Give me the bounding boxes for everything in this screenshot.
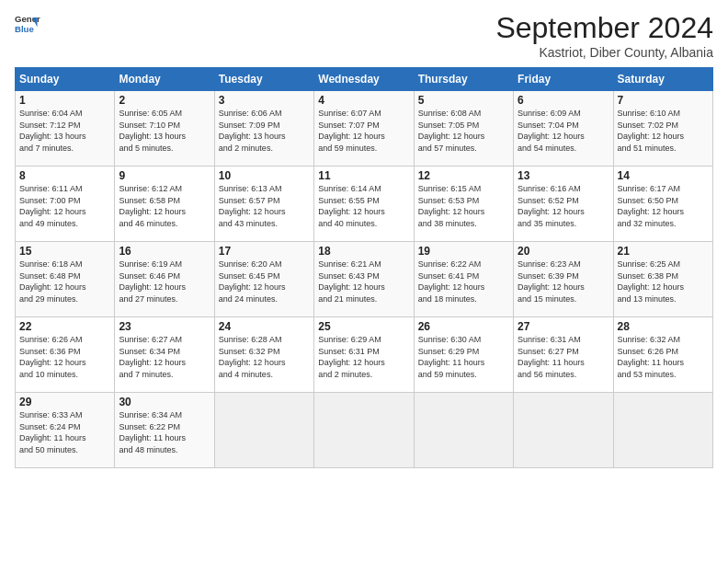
day-info: Sunrise: 6:05 AM Sunset: 7:10 PM Dayligh… — [119, 108, 210, 154]
calendar-cell: 13Sunrise: 6:16 AM Sunset: 6:52 PM Dayli… — [514, 167, 613, 242]
week-row-0: 1Sunrise: 6:04 AM Sunset: 7:12 PM Daylig… — [16, 91, 713, 167]
day-info: Sunrise: 6:29 AM Sunset: 6:31 PM Dayligh… — [318, 334, 409, 380]
calendar-cell: 3Sunrise: 6:06 AM Sunset: 7:09 PM Daylig… — [214, 91, 313, 167]
location-title: Kastriot, Diber County, Albania — [495, 45, 713, 60]
day-number: 2 — [119, 94, 210, 107]
calendar-cell: 28Sunrise: 6:32 AM Sunset: 6:26 PM Dayli… — [613, 317, 712, 393]
day-number: 10 — [219, 169, 310, 182]
day-number: 13 — [518, 169, 609, 182]
calendar-cell: 23Sunrise: 6:27 AM Sunset: 6:34 PM Dayli… — [115, 317, 214, 393]
calendar-cell: 6Sunrise: 6:09 AM Sunset: 7:04 PM Daylig… — [514, 91, 613, 167]
day-info: Sunrise: 6:07 AM Sunset: 7:07 PM Dayligh… — [318, 108, 409, 154]
day-number: 19 — [418, 245, 509, 258]
calendar-cell — [214, 393, 313, 468]
calendar-cell: 15Sunrise: 6:18 AM Sunset: 6:48 PM Dayli… — [16, 242, 115, 317]
day-info: Sunrise: 6:06 AM Sunset: 7:09 PM Dayligh… — [219, 108, 310, 154]
weekday-header-saturday: Saturday — [613, 68, 712, 91]
day-number: 18 — [318, 245, 409, 258]
weekday-header-friday: Friday — [514, 68, 613, 91]
day-info: Sunrise: 6:34 AM Sunset: 6:22 PM Dayligh… — [119, 409, 210, 455]
day-number: 16 — [119, 245, 210, 258]
week-row-2: 15Sunrise: 6:18 AM Sunset: 6:48 PM Dayli… — [16, 242, 713, 317]
calendar-cell: 5Sunrise: 6:08 AM Sunset: 7:05 PM Daylig… — [414, 91, 513, 167]
calendar-cell: 17Sunrise: 6:20 AM Sunset: 6:45 PM Dayli… — [214, 242, 313, 317]
day-info: Sunrise: 6:28 AM Sunset: 6:32 PM Dayligh… — [219, 334, 310, 380]
day-number: 9 — [119, 169, 210, 182]
day-number: 25 — [318, 320, 409, 333]
day-number: 11 — [318, 169, 409, 182]
day-number: 26 — [418, 320, 509, 333]
weekday-header-monday: Monday — [115, 68, 214, 91]
day-info: Sunrise: 6:27 AM Sunset: 6:34 PM Dayligh… — [119, 334, 210, 380]
day-info: Sunrise: 6:18 AM Sunset: 6:48 PM Dayligh… — [19, 259, 110, 304]
calendar-cell: 4Sunrise: 6:07 AM Sunset: 7:07 PM Daylig… — [314, 91, 414, 167]
day-number: 28 — [618, 320, 709, 333]
title-block: September 2024 Kastriot, Diber County, A… — [495, 11, 713, 60]
calendar-cell: 22Sunrise: 6:26 AM Sunset: 6:36 PM Dayli… — [16, 317, 115, 393]
day-number: 21 — [618, 245, 709, 258]
day-info: Sunrise: 6:09 AM Sunset: 7:04 PM Dayligh… — [518, 108, 609, 154]
weekday-header-wednesday: Wednesday — [314, 68, 414, 91]
calendar-table: SundayMondayTuesdayWednesdayThursdayFrid… — [15, 67, 713, 468]
week-row-3: 22Sunrise: 6:26 AM Sunset: 6:36 PM Dayli… — [16, 317, 713, 393]
day-number: 8 — [19, 169, 110, 182]
calendar-cell: 27Sunrise: 6:31 AM Sunset: 6:27 PM Dayli… — [514, 317, 613, 393]
day-number: 22 — [19, 320, 110, 333]
calendar-cell: 24Sunrise: 6:28 AM Sunset: 6:32 PM Dayli… — [214, 317, 313, 393]
day-info: Sunrise: 6:14 AM Sunset: 6:55 PM Dayligh… — [318, 183, 409, 229]
day-info: Sunrise: 6:19 AM Sunset: 6:46 PM Dayligh… — [119, 259, 210, 304]
calendar-cell: 9Sunrise: 6:12 AM Sunset: 6:58 PM Daylig… — [115, 167, 214, 242]
day-info: Sunrise: 6:12 AM Sunset: 6:58 PM Dayligh… — [119, 183, 210, 229]
day-info: Sunrise: 6:30 AM Sunset: 6:29 PM Dayligh… — [418, 334, 509, 380]
day-number: 1 — [19, 94, 110, 107]
calendar-cell — [414, 393, 513, 468]
calendar-cell — [314, 393, 414, 468]
calendar-cell: 20Sunrise: 6:23 AM Sunset: 6:39 PM Dayli… — [514, 242, 613, 317]
weekday-header-tuesday: Tuesday — [214, 68, 313, 91]
day-info: Sunrise: 6:16 AM Sunset: 6:52 PM Dayligh… — [518, 183, 609, 229]
day-info: Sunrise: 6:10 AM Sunset: 7:02 PM Dayligh… — [618, 108, 709, 154]
logo: General Blue — [15, 11, 40, 37]
calendar-cell: 12Sunrise: 6:15 AM Sunset: 6:53 PM Dayli… — [414, 167, 513, 242]
weekday-header-thursday: Thursday — [414, 68, 513, 91]
calendar-cell: 19Sunrise: 6:22 AM Sunset: 6:41 PM Dayli… — [414, 242, 513, 317]
calendar-cell: 21Sunrise: 6:25 AM Sunset: 6:38 PM Dayli… — [613, 242, 712, 317]
month-title: September 2024 — [495, 11, 713, 45]
calendar-cell: 14Sunrise: 6:17 AM Sunset: 6:50 PM Dayli… — [613, 167, 712, 242]
calendar-cell: 26Sunrise: 6:30 AM Sunset: 6:29 PM Dayli… — [414, 317, 513, 393]
week-row-4: 29Sunrise: 6:33 AM Sunset: 6:24 PM Dayli… — [16, 393, 713, 468]
calendar-cell: 10Sunrise: 6:13 AM Sunset: 6:57 PM Dayli… — [214, 167, 313, 242]
day-info: Sunrise: 6:04 AM Sunset: 7:12 PM Dayligh… — [19, 108, 110, 154]
calendar-cell: 2Sunrise: 6:05 AM Sunset: 7:10 PM Daylig… — [115, 91, 214, 167]
day-number: 27 — [518, 320, 609, 333]
day-number: 24 — [219, 320, 310, 333]
calendar-page: General Blue September 2024 Kastriot, Di… — [0, 0, 728, 563]
weekday-header-sunday: Sunday — [16, 68, 115, 91]
calendar-cell: 30Sunrise: 6:34 AM Sunset: 6:22 PM Dayli… — [115, 393, 214, 468]
calendar-cell: 29Sunrise: 6:33 AM Sunset: 6:24 PM Dayli… — [16, 393, 115, 468]
day-info: Sunrise: 6:26 AM Sunset: 6:36 PM Dayligh… — [19, 334, 110, 380]
day-number: 20 — [518, 245, 609, 258]
day-info: Sunrise: 6:21 AM Sunset: 6:43 PM Dayligh… — [318, 259, 409, 304]
day-number: 14 — [618, 169, 709, 182]
day-number: 15 — [19, 245, 110, 258]
day-info: Sunrise: 6:22 AM Sunset: 6:41 PM Dayligh… — [418, 259, 509, 304]
calendar-cell — [613, 393, 712, 468]
day-info: Sunrise: 6:32 AM Sunset: 6:26 PM Dayligh… — [618, 334, 709, 380]
logo-icon: General Blue — [15, 11, 40, 37]
day-info: Sunrise: 6:20 AM Sunset: 6:45 PM Dayligh… — [219, 259, 310, 304]
calendar-cell: 25Sunrise: 6:29 AM Sunset: 6:31 PM Dayli… — [314, 317, 414, 393]
day-info: Sunrise: 6:31 AM Sunset: 6:27 PM Dayligh… — [518, 334, 609, 380]
day-number: 3 — [219, 94, 310, 107]
day-number: 17 — [219, 245, 310, 258]
day-number: 6 — [518, 94, 609, 107]
calendar-cell: 18Sunrise: 6:21 AM Sunset: 6:43 PM Dayli… — [314, 242, 414, 317]
calendar-cell — [514, 393, 613, 468]
day-number: 7 — [618, 94, 709, 107]
day-info: Sunrise: 6:17 AM Sunset: 6:50 PM Dayligh… — [618, 183, 709, 229]
calendar-cell: 16Sunrise: 6:19 AM Sunset: 6:46 PM Dayli… — [115, 242, 214, 317]
day-info: Sunrise: 6:33 AM Sunset: 6:24 PM Dayligh… — [19, 409, 110, 455]
svg-text:Blue: Blue — [15, 24, 34, 34]
day-info: Sunrise: 6:08 AM Sunset: 7:05 PM Dayligh… — [418, 108, 509, 154]
day-number: 23 — [119, 320, 210, 333]
